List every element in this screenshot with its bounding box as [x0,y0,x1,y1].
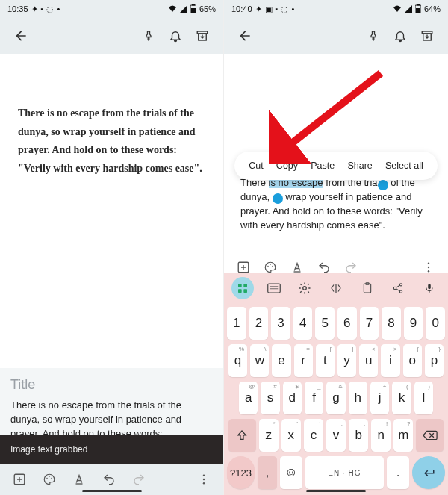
more-button[interactable] [190,466,217,493]
key-9[interactable]: 9 [404,307,423,340]
undo-button[interactable] [96,466,122,493]
battery-icon [190,4,196,13]
key-n[interactable]: n! [371,419,391,452]
key-r[interactable]: r= [294,344,313,377]
battery-icon [415,4,421,13]
key-c[interactable]: c' [304,419,323,452]
key-j[interactable]: j+ [370,382,389,414]
clipboard-icon[interactable] [356,277,379,299]
svg-rect-40 [428,284,431,289]
key-e[interactable]: e| [272,344,290,377]
key-x[interactable]: x" [281,419,301,452]
battery-percent: 65% [199,4,216,13]
key-m[interactable]: m? [393,419,413,452]
selectall-action[interactable]: Select all [382,159,426,172]
reminder-button[interactable] [162,22,189,49]
app-bar [224,18,448,54]
key-d[interactable]: d$ [283,382,302,414]
backspace-key[interactable] [416,419,444,452]
key-h[interactable]: h- [349,382,367,414]
key-b[interactable]: b; [349,419,368,452]
key-i[interactable]: i> [381,344,399,377]
key-z[interactable]: z* [259,419,279,452]
svg-rect-30 [243,289,247,293]
comma-key[interactable]: , [258,456,277,489]
shift-key[interactable] [228,419,256,452]
key-a[interactable]: a@ [239,382,258,414]
redo-button[interactable] [125,466,152,493]
key-s[interactable]: s# [261,382,279,414]
key-l[interactable]: l) [414,382,433,414]
reminder-button[interactable] [387,22,414,49]
selection-end-handle[interactable] [273,193,283,204]
keyboard-row-qwerty: q%w\e|r=t[y]u<i>o{p} [227,344,445,377]
svg-rect-15 [417,4,420,6]
signal-icon [405,5,412,13]
copy-action[interactable]: Copy [273,159,301,172]
selection-start-handle[interactable] [378,180,388,190]
app-bar [0,18,223,54]
svg-rect-27 [238,284,242,287]
key-7[interactable]: 7 [360,307,379,340]
svg-rect-29 [238,289,242,293]
editor-body[interactable]: There is no escape from the tria of the … [240,176,432,232]
key-5[interactable]: 5 [315,307,335,340]
title-input[interactable]: Title [10,377,213,393]
cut-action[interactable]: Cut [246,159,266,172]
battery-percent: 64% [424,4,441,13]
share-action[interactable]: Share [344,159,375,172]
key-2[interactable]: 2 [249,307,269,340]
wifi-icon [168,5,177,13]
period-key[interactable]: . [387,456,409,489]
back-button[interactable] [7,22,34,49]
archive-button[interactable] [414,22,441,49]
svg-point-22 [272,266,273,267]
key-6[interactable]: 6 [337,307,357,340]
key-u[interactable]: u< [359,344,378,377]
keyboard-row-asdf: a@s#d$f_g&h-j+k(l) [227,382,445,414]
key-v[interactable]: v: [326,419,346,452]
key-f[interactable]: f_ [305,382,323,414]
key-0[interactable]: 0 [426,307,445,340]
space-key[interactable]: EN · HG [305,456,384,489]
archive-button[interactable] [189,22,216,49]
key-o[interactable]: o{ [403,344,422,377]
svg-point-10 [203,475,205,476]
key-y[interactable]: y] [337,344,356,377]
status-time: 10:35 [7,4,28,13]
pin-button[interactable] [360,22,387,49]
key-k[interactable]: k( [392,382,411,414]
settings-icon[interactable] [293,277,316,299]
quote-text: There is no escape from the trials of th… [18,105,205,178]
key-p[interactable]: p} [425,344,444,377]
palette-button[interactable] [36,466,63,493]
emoji-key[interactable]: ☺ [280,456,302,489]
annotation-arrow [269,67,388,164]
key-t[interactable]: t[ [316,344,335,377]
pin-button[interactable] [135,22,162,49]
svg-point-20 [267,266,269,267]
add-button[interactable] [6,466,33,493]
numeric-key[interactable]: ?123 [227,456,255,489]
enter-key[interactable] [412,456,445,489]
key-w[interactable]: w\ [250,344,269,377]
keyboard-apps-icon[interactable] [231,277,254,299]
back-button[interactable] [231,22,258,49]
paste-action[interactable]: Paste [308,159,337,172]
mic-icon[interactable] [418,277,441,299]
key-8[interactable]: 8 [382,307,401,340]
share-icon[interactable] [387,277,409,299]
key-1[interactable]: 1 [227,307,246,340]
status-icon: ▪ [276,4,279,13]
nav-gesture-pill [82,490,142,492]
text-format-button[interactable] [66,466,93,493]
svg-line-18 [282,73,381,151]
cursor-control-icon[interactable] [325,277,347,299]
key-g[interactable]: g& [326,382,345,414]
nav-gesture-pill [306,490,366,492]
key-4[interactable]: 4 [293,307,313,340]
key-3[interactable]: 3 [271,307,290,340]
signal-icon [180,5,187,13]
keyboard-modes-icon[interactable] [263,277,285,299]
key-q[interactable]: q% [228,344,247,377]
